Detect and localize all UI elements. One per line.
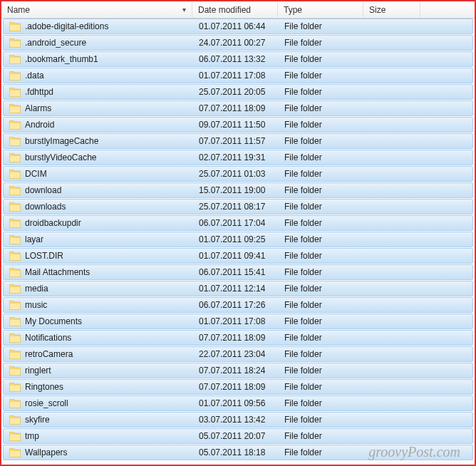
file-size-cell [364,41,421,44]
file-row[interactable]: DCIM25.07.2011 01:03File folder [3,166,473,182]
file-date-cell: 01.07.2011 06:44 [193,20,279,33]
file-row[interactable]: burstlyImageCache07.07.2011 11:57File fo… [3,133,473,149]
file-row[interactable]: download15.07.2011 19:00File folder [3,182,473,198]
file-name-label: droidbackupdir [25,218,81,228]
file-row[interactable]: ringlert07.07.2011 18:24File folder [3,363,473,378]
file-size-cell [364,336,421,339]
file-name-cell: .adobe-digital-editions [4,20,193,33]
file-name-cell: tmp [4,430,193,442]
file-date-cell: 01.07.2011 09:56 [193,397,279,410]
watermark-text: groovyPost.com [368,444,460,460]
file-row[interactable]: Notifications07.07.2011 18:09File folder [3,330,473,346]
folder-icon [9,301,21,310]
file-type-cell: File folder [279,413,364,426]
file-row[interactable]: downloads25.07.2011 08:17File folder [3,199,473,214]
file-size-cell [364,107,421,110]
folder-icon [9,22,21,31]
file-name-label: rosie_scroll [25,398,68,408]
folder-icon [9,219,21,228]
file-size-cell [364,172,421,175]
file-row[interactable]: Alarms07.07.2011 18:09File folder [3,100,473,116]
file-row[interactable]: Mail Attachments06.07.2011 15:41File fol… [3,264,473,280]
file-name-cell: burstlyImageCache [4,135,193,147]
file-name-label: Wallpapers [25,447,68,457]
folder-icon [9,432,21,441]
file-name-label: layar [25,234,43,244]
folder-icon [9,252,21,261]
file-name-label: skyfire [25,415,50,425]
file-name-cell: Android [4,118,193,131]
file-row[interactable]: retroCamera22.07.2011 23:04File folder [3,346,473,362]
file-row[interactable]: skyfire03.07.2011 13:42File folder [3,412,473,428]
file-row[interactable]: layar01.07.2011 09:25File folder [3,232,473,247]
file-row[interactable]: Android09.07.2011 11:50File folder [3,117,473,133]
file-row[interactable]: Ringtones07.07.2011 18:09File folder [3,379,473,395]
file-size-cell [364,369,421,372]
file-size-cell [364,205,421,208]
file-size-cell [364,402,421,405]
file-row[interactable]: LOST.DIR01.07.2011 09:41File folder [3,248,473,264]
file-size-cell [364,418,421,421]
file-type-cell: File folder [279,118,364,131]
file-date-cell: 06.07.2011 17:04 [193,217,279,229]
file-row[interactable]: .bookmark_thumb106.07.2011 13:32File fol… [3,51,473,67]
folder-icon [9,448,21,457]
file-row[interactable]: rosie_scroll01.07.2011 09:56File folder [3,395,473,411]
file-name-cell: burstlyVideoCache [4,151,193,164]
folder-icon [9,415,21,425]
file-row[interactable]: .adobe-digital-editions01.07.2011 06:44F… [3,19,473,34]
file-row[interactable]: .android_secure24.07.2011 00:27File fold… [3,35,473,51]
column-header-name[interactable]: Name ▾ [1,2,192,18]
sort-dropdown-icon: ▾ [182,6,186,14]
file-date-cell: 07.07.2011 18:09 [193,380,279,393]
folder-icon [9,170,21,179]
file-name-cell: Mail Attachments [4,266,193,279]
file-size-cell [364,254,421,257]
column-header-type[interactable]: Type [278,2,363,18]
file-name-label: .fdhttpd [25,87,53,97]
column-header-date[interactable]: Date modified [192,2,278,18]
folder-icon [9,383,21,392]
file-type-cell: File folder [279,348,364,361]
file-date-cell: 02.07.2011 19:31 [193,151,279,164]
file-size-cell [364,353,421,356]
file-name-cell: retroCamera [4,348,193,361]
file-date-cell: 01.07.2011 17:08 [193,315,279,328]
file-row[interactable]: tmp05.07.2011 20:07File folder [3,428,473,444]
file-size-cell [364,320,421,323]
file-row[interactable]: .data01.07.2011 17:08File folder [3,68,473,83]
file-name-label: Notifications [25,333,71,343]
file-name-cell: downloads [4,200,193,213]
file-name-cell: LOST.DIR [4,249,193,262]
folder-icon [9,235,21,244]
column-header-size[interactable]: Size [363,2,420,18]
column-header-name-label: Name [7,5,30,15]
folder-icon [9,284,21,294]
column-header-type-label: Type [284,5,302,15]
file-type-cell: File folder [279,184,364,197]
file-name-label: Alarms [25,103,51,113]
file-name-cell: .fdhttpd [4,86,193,98]
file-type-cell: File folder [279,200,364,213]
file-date-cell: 07.07.2011 18:09 [193,331,279,344]
file-name-label: .bookmark_thumb1 [25,54,98,64]
file-list: .adobe-digital-editions01.07.2011 06:44F… [1,19,475,461]
file-type-cell: File folder [279,364,364,377]
file-size-cell [364,385,421,388]
file-name-label: .adobe-digital-editions [25,21,108,31]
file-size-cell [364,58,421,61]
file-name-label: .data [25,71,44,81]
file-row[interactable]: burstlyVideoCache02.07.2011 19:31File fo… [3,150,473,165]
file-type-cell: File folder [279,53,364,66]
file-row[interactable]: media01.07.2011 12:14File folder [3,281,473,296]
folder-icon [9,104,21,113]
file-date-cell: 22.07.2011 23:04 [193,348,279,361]
file-name-label: Mail Attachments [25,267,90,277]
file-name-label: burstlyImageCache [25,136,98,146]
file-row[interactable]: My Documents01.07.2011 17:08File folder [3,314,473,329]
file-row[interactable]: music06.07.2011 17:26File folder [3,297,473,313]
file-size-cell [364,140,421,143]
folder-icon [9,268,21,277]
file-row[interactable]: .fdhttpd25.07.2011 20:05File folder [3,84,473,100]
file-row[interactable]: droidbackupdir06.07.2011 17:04File folde… [3,215,473,231]
